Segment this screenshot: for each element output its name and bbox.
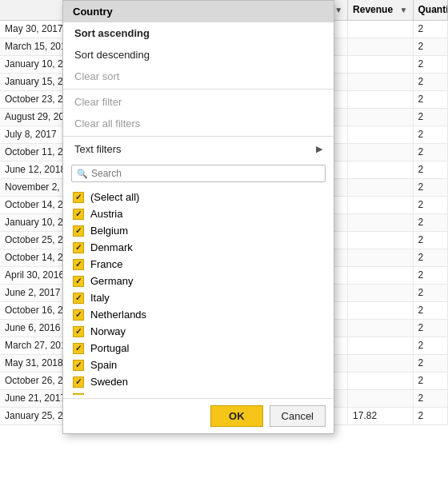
checkbox-item[interactable]: Belgium xyxy=(63,222,334,239)
checkbox-item[interactable]: United Kingdom xyxy=(63,390,334,395)
cell-quantity: 2 xyxy=(413,108,447,126)
cell-quantity: 2 xyxy=(413,319,447,337)
checkbox-list: (Select all)AustriaBelgiumDenmarkFranceG… xyxy=(63,187,334,395)
checkbox-icon xyxy=(73,393,84,396)
checkbox-icon xyxy=(73,259,84,270)
clear-all-filters-label: Clear all filters xyxy=(74,118,140,129)
cell-revenue xyxy=(348,372,413,389)
checkbox-item[interactable]: Norway xyxy=(63,323,334,340)
cancel-button[interactable]: Cancel xyxy=(270,405,326,427)
cell-revenue xyxy=(348,126,413,143)
cell-quantity: 2 xyxy=(413,407,447,424)
checkbox-label: Belgium xyxy=(90,225,128,237)
cell-quantity: 2 xyxy=(413,196,447,213)
checkbox-label: Denmark xyxy=(90,241,133,253)
checkbox-item[interactable]: Sweden xyxy=(63,373,334,390)
checkbox-item[interactable]: Portugal xyxy=(63,340,334,357)
cell-revenue xyxy=(348,284,413,301)
cell-revenue xyxy=(348,389,413,407)
cell-quantity: 2 xyxy=(413,20,447,38)
col-filter-revenue[interactable]: ▼ xyxy=(400,6,408,14)
checkbox-icon xyxy=(73,376,84,388)
country-dropdown: Country Sort ascending Sort descending C… xyxy=(62,0,334,434)
cell-revenue xyxy=(348,178,413,196)
ok-button[interactable]: OK xyxy=(210,405,263,427)
sort-descending-item[interactable]: Sort descending xyxy=(63,44,334,66)
sort-ascending-item[interactable]: Sort ascending xyxy=(63,22,334,44)
checkbox-item[interactable]: (Select all) xyxy=(63,189,334,205)
cell-revenue xyxy=(348,90,413,108)
cell-quantity: 2 xyxy=(413,90,447,108)
checkbox-icon xyxy=(73,276,84,287)
cell-revenue xyxy=(348,20,413,38)
cell-quantity: 2 xyxy=(413,161,447,178)
cell-revenue: 17.82 xyxy=(348,407,413,424)
cell-revenue xyxy=(348,161,413,178)
col-header-revenue[interactable]: Revenue ▼ xyxy=(348,0,413,20)
checkbox-item[interactable]: Italy xyxy=(63,289,334,306)
cell-quantity: 2 xyxy=(413,284,447,301)
dropdown-footer: OK Cancel xyxy=(63,398,334,433)
col-label-quantity: Quantity xyxy=(418,4,448,15)
cell-revenue xyxy=(348,196,413,213)
clear-sort-item[interactable]: Clear sort xyxy=(63,66,334,87)
cell-revenue xyxy=(348,108,413,126)
checkbox-icon xyxy=(73,343,84,354)
cell-quantity: 2 xyxy=(413,231,447,249)
sort-descending-label: Sort descending xyxy=(74,49,150,61)
text-filters-label: Text filters xyxy=(74,143,122,155)
clear-sort-label: Clear sort xyxy=(74,70,119,82)
cell-revenue xyxy=(348,337,413,354)
cell-quantity: 2 xyxy=(413,55,447,73)
checkbox-item[interactable]: France xyxy=(63,256,334,273)
checkbox-label: (Select all) xyxy=(90,191,139,203)
cell-revenue xyxy=(348,55,413,73)
cell-revenue xyxy=(348,231,413,249)
separator-1 xyxy=(63,89,334,90)
checkbox-icon xyxy=(73,209,84,220)
cell-quantity: 2 xyxy=(413,38,447,55)
cell-revenue xyxy=(348,213,413,231)
checkbox-icon xyxy=(73,242,84,253)
cell-quantity: 2 xyxy=(413,266,447,284)
checkbox-icon xyxy=(73,192,84,203)
checkbox-item[interactable]: Austria xyxy=(63,205,334,222)
search-input[interactable] xyxy=(91,168,320,179)
checkbox-label: Netherlands xyxy=(90,309,146,321)
checkbox-label: United Kingdom xyxy=(90,392,165,395)
checkbox-label: France xyxy=(90,258,122,270)
search-box: 🔍 xyxy=(71,165,326,182)
submenu-arrow-icon: ▶ xyxy=(316,144,322,154)
checkbox-icon xyxy=(73,309,84,321)
cell-revenue xyxy=(348,73,413,90)
cell-revenue xyxy=(348,301,413,319)
clear-all-filters-item[interactable]: Clear all filters xyxy=(63,113,334,134)
checkbox-label: Portugal xyxy=(90,342,129,354)
cell-revenue xyxy=(348,319,413,337)
checkbox-label: Germany xyxy=(90,275,133,287)
dropdown-header: Country xyxy=(63,1,334,22)
col-header-quantity[interactable]: Quantity ▼ xyxy=(413,0,447,20)
cell-quantity: 2 xyxy=(413,143,447,161)
checkbox-icon xyxy=(73,293,84,304)
cell-revenue xyxy=(348,354,413,372)
cell-quantity: 2 xyxy=(413,354,447,372)
sort-ascending-label: Sort ascending xyxy=(74,27,150,39)
cell-quantity: 2 xyxy=(413,337,447,354)
checkbox-label: Sweden xyxy=(90,376,128,388)
col-filter-productid[interactable]: ▼ xyxy=(334,6,342,14)
checkbox-item[interactable]: Netherlands xyxy=(63,306,334,323)
cell-revenue xyxy=(348,266,413,284)
checkbox-item[interactable]: Germany xyxy=(63,273,334,289)
checkbox-label: Norway xyxy=(90,325,126,337)
cell-quantity: 2 xyxy=(413,178,447,196)
cell-quantity: 2 xyxy=(413,213,447,231)
separator-2 xyxy=(63,136,334,137)
clear-filter-item[interactable]: Clear filter xyxy=(63,91,334,113)
text-filters-item[interactable]: Text filters ▶ xyxy=(63,138,334,160)
cell-quantity: 2 xyxy=(413,301,447,319)
checkbox-item[interactable]: Spain xyxy=(63,357,334,373)
cell-quantity: 2 xyxy=(413,389,447,407)
col-label-revenue: Revenue xyxy=(353,4,393,15)
checkbox-item[interactable]: Denmark xyxy=(63,239,334,256)
